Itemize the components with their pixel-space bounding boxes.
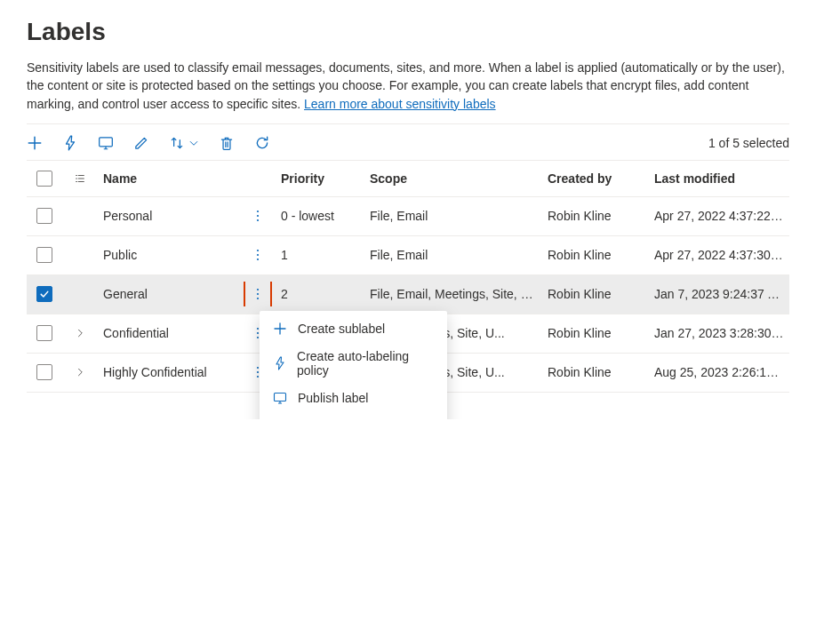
row-created-by: Robin Kline [542,209,649,223]
row-priority: 2 [276,287,364,301]
expand-row-button[interactable] [75,328,85,338]
row-name[interactable]: Confidential [98,326,240,340]
delete-button[interactable] [219,135,235,151]
row-priority: 0 - lowest [276,209,364,223]
row-name[interactable]: Personal [98,209,240,223]
row-checkbox[interactable] [36,286,52,302]
col-priority[interactable]: Priority [276,171,364,186]
menu-publish-label-label: Publish label [298,391,368,405]
row-checkbox[interactable] [36,247,52,263]
row-last-modified: Aug 25, 2023 2:26:18 PM [649,365,789,379]
row-checkbox[interactable] [36,325,52,341]
row-scope: File, Email [364,248,542,262]
row-scope: File, Email [364,209,542,223]
menu-edit-label[interactable]: Edit label [260,412,447,419]
row-actions-button[interactable] [245,242,270,267]
row-created-by: Robin Kline [542,287,649,301]
create-label-button[interactable] [27,135,43,151]
row-priority: 1 [276,248,364,262]
intro-text: Sensitivity labels are used to classify … [27,59,789,113]
row-last-modified: Apr 27, 2022 4:37:22 PM [649,209,789,223]
row-context-menu: Create sublabel Create auto-labeling pol… [260,311,447,419]
pencil-icon [272,418,288,419]
toolbar: 1 of 5 selected [27,124,789,160]
menu-publish-label[interactable]: Publish label [260,384,447,412]
menu-create-auto-policy-label: Create auto-labeling policy [297,349,436,378]
col-created-by[interactable]: Created by [542,171,649,186]
col-scope[interactable]: Scope [364,171,542,186]
row-last-modified: Jan 7, 2023 9:24:37 AM [649,287,789,301]
row-actions-button[interactable] [245,282,270,306]
row-last-modified: Jan 27, 2023 3:28:30 PM [649,326,789,340]
create-auto-labeling-policy-button[interactable] [62,135,78,151]
refresh-button[interactable] [254,135,270,151]
reorder-button[interactable] [169,135,199,151]
edit-label-button[interactable] [133,135,149,151]
table-row[interactable]: General2File, Email, Meetings, Site, U..… [27,275,789,314]
select-all-checkbox[interactable] [36,171,52,187]
table-row[interactable]: Personal0 - lowestFile, EmailRobin Kline… [27,197,789,236]
menu-create-sublabel[interactable]: Create sublabel [260,314,447,343]
row-scope: File, Email, Meetings, Site, U... [364,287,542,301]
menu-create-sublabel-label: Create sublabel [298,322,385,336]
menu-create-auto-policy[interactable]: Create auto-labeling policy [260,343,447,384]
row-last-modified: Apr 27, 2022 4:37:30 PM [649,248,789,262]
row-name[interactable]: Public [98,248,240,262]
selection-status: 1 of 5 selected [708,136,789,150]
col-last-modified[interactable]: Last modified [649,171,789,186]
row-created-by: Robin Kline [542,248,649,262]
row-name[interactable]: Highly Confidential [98,365,240,379]
learn-more-link[interactable]: Learn more about sensitivity labels [304,97,496,111]
row-created-by: Robin Kline [542,326,649,340]
row-actions-button[interactable] [245,203,270,228]
page-title: Labels [27,18,789,46]
col-name[interactable]: Name [98,171,240,186]
row-created-by: Robin Kline [542,365,649,379]
expand-row-button[interactable] [75,367,85,378]
row-checkbox[interactable] [36,364,52,380]
plus-icon [272,321,288,337]
table-row[interactable]: Public1File, EmailRobin KlineApr 27, 202… [27,236,789,275]
publish-label-button[interactable] [98,135,114,151]
bolt-icon [272,355,287,371]
row-name[interactable]: General [98,287,240,301]
grid-header: Name Priority Scope Created by Last modi… [27,160,789,197]
monitor-icon [272,390,288,406]
list-view-icon[interactable] [62,172,98,185]
row-checkbox[interactable] [36,208,52,224]
